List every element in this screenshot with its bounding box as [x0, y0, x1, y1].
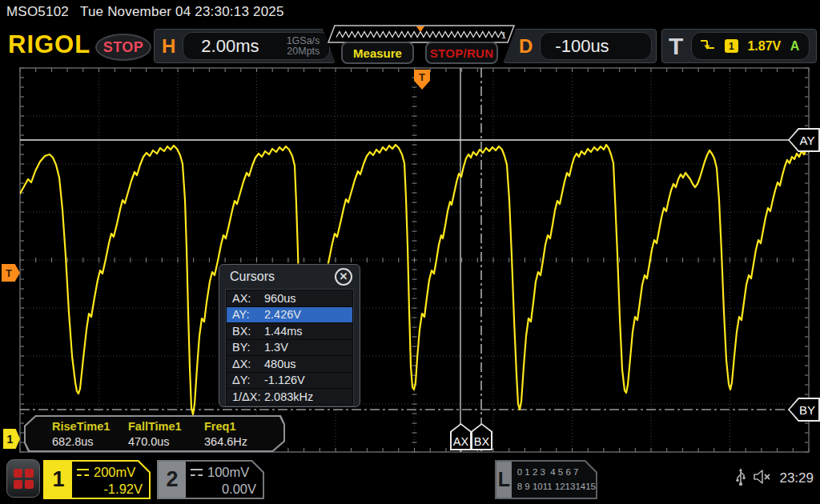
cursors-dialog-title: Cursors — [230, 270, 275, 284]
cursor-row-label: BY: — [227, 341, 264, 354]
cursors-dialog: Cursors ✕ AX:960us AY:2.426V BX:1.44ms B… — [219, 264, 360, 407]
channel1-position-marker[interactable]: 1 — [3, 429, 20, 449]
run-state-badge: STOP — [95, 34, 151, 61]
cursor-row-value: -1.126V — [264, 374, 305, 386]
digital-channels-row1: 0 1 2 3 4 5 6 7 — [517, 467, 579, 477]
cursor-row-inv-dx[interactable]: 1/ΔX:2.083kHz — [227, 389, 352, 405]
trigger-source-badge: 1 — [725, 39, 738, 53]
cursor-row-by[interactable]: BY:1.3V — [227, 340, 352, 356]
delay-label: D — [512, 35, 540, 58]
cursor-row-value: 1.44ms — [264, 325, 303, 338]
cursor-row-dx[interactable]: ΔX:480us — [227, 356, 352, 372]
measure-button[interactable]: Measure — [341, 42, 414, 64]
cursor-by-label: BY — [790, 399, 818, 420]
dc-coupling-icon — [191, 469, 203, 476]
grid-menu-icon — [14, 469, 33, 488]
channel1-button[interactable]: 1 200mV -1.92V — [43, 460, 151, 499]
svg-text:1: 1 — [501, 30, 506, 40]
measurement-label: FallTime1 — [128, 419, 204, 434]
trigger-level-value: 1.87V — [747, 39, 781, 54]
rigol-logo: RIGOL — [8, 30, 90, 59]
trigger-box[interactable]: T 1 1.87V A — [661, 29, 817, 63]
status-bar: MSO5102Tue November 04 23:30:13 2025 — [6, 4, 295, 20]
digital-channels-row2: 8 9 1011 12131415 — [517, 482, 596, 491]
horizontal-timebase-box[interactable]: H 2.00ms 1GSa/s20Mpts — [154, 29, 336, 63]
cursor-ax-label: AX — [452, 425, 470, 449]
clock: 23:29 — [779, 470, 814, 486]
cursor-row-value: 2.083kHz — [264, 390, 313, 403]
measurement-risetime: RiseTime1 682.8us — [52, 419, 128, 450]
cursor-row-label: 1/ΔX: — [227, 390, 264, 403]
cursor-ax-tag[interactable]: AX — [450, 423, 472, 450]
cursor-row-label: AX: — [227, 292, 264, 305]
cursors-dialog-titlebar: Cursors ✕ — [219, 265, 360, 288]
cursor-row-value: 480us — [264, 358, 296, 370]
measurement-label: RiseTime1 — [52, 419, 128, 434]
cursor-row-dy[interactable]: ΔY:-1.126V — [227, 373, 352, 389]
sound-muted-icon[interactable] — [753, 468, 773, 489]
cursor-bx-label: BX — [472, 425, 491, 449]
usb-icon — [735, 467, 746, 490]
measurement-label: Freq1 — [204, 419, 280, 434]
cursor-row-ax[interactable]: AX:960us — [227, 290, 352, 306]
close-icon[interactable]: ✕ — [335, 268, 352, 286]
measurement-value: 682.8us — [52, 434, 128, 450]
measurement-falltime: FallTime1 470.0us — [128, 419, 204, 450]
measurement-freq: Freq1 364.6Hz — [204, 419, 280, 450]
timebase-value: 2.00ms — [191, 36, 286, 57]
trigger-level-marker[interactable]: T — [2, 264, 20, 282]
channel1-offset: -1.92V — [77, 481, 143, 498]
channel1-scale: 200mV — [94, 464, 135, 481]
status-icons: 23:29 — [735, 467, 814, 490]
trigger-position-marker[interactable]: T — [414, 70, 430, 90]
channel2-button[interactable]: 2 100mV 0.00V — [157, 460, 264, 499]
horizontal-label: H — [155, 35, 183, 58]
channel1-number: 1 — [45, 462, 72, 498]
dc-coupling-icon — [77, 469, 89, 476]
digital-channels: 0 1 2 3 4 5 6 78 9 1011 12131415 — [512, 462, 596, 498]
cursor-row-ay[interactable]: AY:2.426V — [227, 307, 352, 323]
menu-button[interactable] — [6, 459, 40, 498]
logic-analyzer-label: L — [496, 462, 512, 498]
delay-box[interactable]: D -100us — [503, 29, 657, 63]
cursor-row-label: ΔY: — [227, 374, 264, 386]
cursor-row-label: ΔX: — [227, 358, 264, 370]
measurement-value: 364.6Hz — [204, 434, 280, 450]
falling-edge-icon — [700, 38, 715, 54]
datetime: Tue November 04 23:30:13 2025 — [80, 4, 284, 19]
memory-depth: 20Mpts — [287, 46, 320, 57]
cursor-row-value: 960us — [264, 292, 296, 305]
cursor-row-label: AY: — [227, 308, 264, 321]
measurements-panel[interactable]: RiseTime1 682.8us FallTime1 470.0us Freq… — [24, 415, 285, 452]
cursor-ay-label: AY — [790, 130, 818, 150]
cursor-row-label: BX: — [227, 325, 264, 338]
cursor-bx-tag[interactable]: BX — [471, 423, 492, 450]
trigger-mode: A — [790, 39, 802, 54]
model-name: MSO5102 — [6, 4, 69, 19]
cursor-ay-tag[interactable]: AY — [788, 128, 820, 152]
measurement-value: 470.0us — [128, 434, 204, 450]
cursor-row-bx[interactable]: BX:1.44ms — [227, 323, 352, 339]
cursor-readout-list: AX:960us AY:2.426V BX:1.44ms BY:1.3V ΔX:… — [225, 289, 354, 406]
stop-run-button[interactable]: STOP/RUN — [425, 42, 498, 64]
logic-analyzer-button[interactable]: L 0 1 2 3 4 5 6 78 9 1011 12131415 — [495, 460, 597, 499]
oscilloscope-screen: MSO5102Tue November 04 23:30:13 2025 RIG… — [0, 0, 820, 504]
cursor-row-value: 2.426V — [264, 308, 301, 321]
channel2-offset: 0.00V — [191, 481, 256, 498]
cursor-row-value: 1.3V — [264, 341, 288, 354]
cursor-by-tag[interactable]: BY — [788, 398, 820, 422]
channel2-scale: 100mV — [207, 464, 249, 481]
acquisition-info: 1GSa/s20Mpts — [287, 36, 322, 57]
trigger-label: T — [662, 33, 691, 60]
delay-value: -100us — [549, 36, 609, 57]
sample-rate: 1GSa/s — [287, 35, 320, 46]
channel2-number: 2 — [159, 462, 186, 498]
